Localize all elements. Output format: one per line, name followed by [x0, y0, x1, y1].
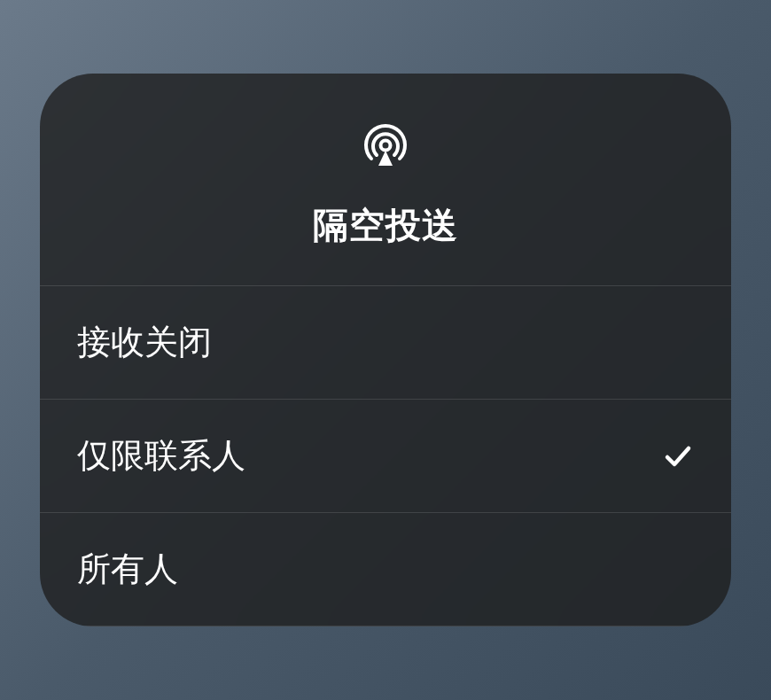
panel-title: 隔空投送 — [313, 201, 458, 250]
option-everyone[interactable]: 所有人 — [40, 513, 731, 626]
option-contacts-only[interactable]: 仅限联系人 — [40, 400, 731, 513]
svg-point-0 — [381, 141, 391, 151]
panel-header: 隔空投送 — [40, 74, 731, 286]
airdrop-icon — [357, 116, 414, 176]
airdrop-panel: 隔空投送 接收关闭 仅限联系人 所有人 — [40, 74, 731, 626]
option-label: 仅限联系人 — [77, 433, 245, 478]
option-receiving-off[interactable]: 接收关闭 — [40, 286, 731, 400]
option-label: 所有人 — [77, 547, 178, 592]
option-label: 接收关闭 — [77, 320, 212, 365]
checkmark-icon — [662, 440, 694, 472]
